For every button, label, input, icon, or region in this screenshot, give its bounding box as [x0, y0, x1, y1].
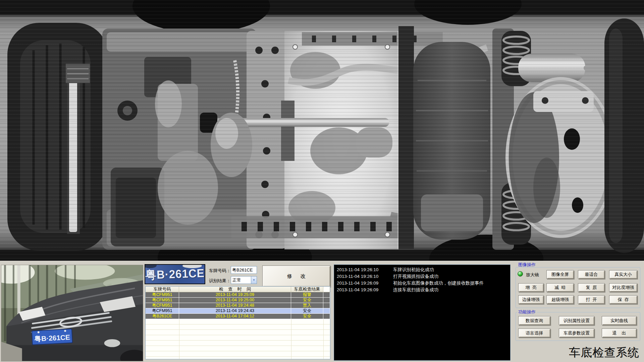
language-select-button[interactable]: 语言选择: [518, 328, 550, 338]
log-message: 打开视频抓拍设备成功: [393, 273, 438, 280]
history-table-header: 车牌号码 检 查 时 间 车底检查结果: [146, 287, 330, 292]
log-time: 2013-11-04 19:26:09: [337, 287, 393, 293]
result-label: 识别结果：: [209, 278, 231, 284]
cell-plate: 粤CFM951: [146, 292, 179, 298]
edge-enhance-button[interactable]: 边缘增强: [518, 295, 544, 304]
col-plate-header: 车牌号码: [146, 287, 179, 292]
log-entry: 2013-11-04 19:26:09 连接车底扫描设备成功: [337, 287, 507, 293]
magnifier-led-icon: [518, 271, 523, 277]
cell-time: 2013-11-04 19:24:48: [179, 303, 291, 308]
image-ops-group-label: 图像操作: [517, 262, 537, 267]
vehicle-photo: 粤B·261CE: [1, 265, 143, 361]
super-enhance-button[interactable]: 超级增强: [546, 295, 574, 304]
table-row[interactable]: 粤B261CE 2013-11-04 17:04:12 安全: [146, 314, 330, 319]
log-entry: 2013-11-04 19:26:10 车牌识别初始化成功: [337, 266, 507, 273]
chevron-down-icon[interactable]: ▼: [251, 277, 257, 284]
event-log: 2013-11-04 19:26:10 车牌识别初始化成功 2013-11-04…: [334, 264, 511, 361]
save-button[interactable]: 保 存: [609, 295, 637, 304]
magnifier-label[interactable]: 放大镜: [526, 272, 539, 278]
cell-result: 安全: [291, 314, 323, 319]
log-message: 车牌识别初始化成功: [393, 266, 434, 273]
cell-time: 2013-11-04 17:04:12: [179, 314, 291, 319]
vehicle-photo-art: 粤B·261CE: [1, 265, 143, 361]
log-time: 2013-11-04 19:26:10: [337, 266, 393, 273]
col-result-header: 车底检查结果: [291, 287, 323, 292]
table-empty-area: [146, 319, 330, 359]
col-filler-header: [323, 287, 330, 292]
table-row[interactable]: 粤CFM951 2013-11-04 19:25:09 报警: [146, 292, 330, 298]
undercarriage-scan-art: [0, 0, 644, 261]
plate-number-label: 车牌号码：: [209, 268, 231, 274]
plate-number-input[interactable]: [231, 266, 257, 274]
restore-button[interactable]: 复 原: [578, 283, 605, 292]
log-time: 2013-11-04 19:26:09: [337, 280, 393, 287]
darken-button[interactable]: 减 暗: [546, 283, 574, 292]
exit-button[interactable]: 退 出: [602, 328, 637, 338]
table-row[interactable]: 粤CFM951 2013-11-04 19:24:48 禁入: [146, 303, 330, 308]
brighten-button[interactable]: 增 亮: [518, 283, 544, 292]
result-select[interactable]: 正常 ▼: [231, 276, 257, 284]
cell-plate: 粤CFM951: [146, 303, 179, 308]
recognition-settings-button[interactable]: 识别属性设置: [559, 316, 594, 325]
system-title: 车底检查系统: [569, 345, 639, 360]
cell-time: 2013-11-04 19:25:00: [179, 298, 291, 303]
col-time-header: 检 查 时 间: [179, 287, 291, 292]
cell-time: 2013-11-04 19:25:09: [179, 292, 291, 298]
cell-time: 2013-11-04 19:24:43: [179, 308, 291, 314]
underbody-params-button[interactable]: 车底参数设置: [559, 328, 594, 338]
cell-plate: 粤CFM951: [146, 298, 179, 303]
cell-plate: 粤B261CE: [146, 314, 179, 319]
realtime-curve-button[interactable]: 实时曲线: [602, 316, 637, 325]
underbody-inspection-window: 粤B·261CE 粤B·261CE 车牌号码： 识别结果： 正常 ▼ 修 改 车…: [0, 0, 644, 362]
best-fit-button[interactable]: 最适合: [578, 270, 605, 279]
result-select-value: 正常: [231, 277, 251, 283]
cell-result: 安全: [291, 298, 323, 303]
actual-size-button[interactable]: 真实大小: [609, 270, 637, 279]
contrast-enhance-button[interactable]: 对比度增强: [609, 283, 637, 292]
log-entry: 2013-11-04 19:26:09 初始化车底图像参数成功，创建接收数据事件: [337, 280, 507, 287]
log-entry: 2013-11-04 19:26:10 打开视频抓拍设备成功: [337, 273, 507, 280]
history-table: 车牌号码 检 查 时 间 车底检查结果 粤CFM951 2013-11-04 1…: [145, 286, 330, 359]
plate-crop-image: 粤B·261CE: [145, 264, 205, 284]
undercarriage-scan-image: [0, 0, 644, 261]
plate-crop-text: 粤B·261CE: [145, 265, 205, 283]
modify-button[interactable]: 修 改: [262, 265, 330, 287]
table-row-selected[interactable]: 粤CFM951 2013-11-04 19:24:43 安全: [146, 308, 330, 314]
open-button[interactable]: 打 开: [578, 295, 605, 304]
log-message: 初始化车底图像参数成功，创建接收数据事件: [393, 280, 484, 287]
log-message: 连接车底扫描设备成功: [393, 287, 438, 293]
cell-result: 禁入: [291, 303, 323, 308]
data-query-button[interactable]: 数据查询: [518, 316, 550, 325]
fullscreen-button[interactable]: 图像全屏: [546, 270, 574, 279]
cell-result: 报警: [291, 292, 323, 298]
cell-result: 安全: [291, 308, 323, 314]
table-row[interactable]: 粤CFM951 2013-11-04 19:25:00 安全: [146, 298, 330, 303]
function-ops-group-label: 功能操作: [517, 310, 537, 314]
log-time: 2013-11-04 19:26:10: [337, 273, 393, 280]
cell-plate: 粤CFM951: [146, 308, 179, 314]
